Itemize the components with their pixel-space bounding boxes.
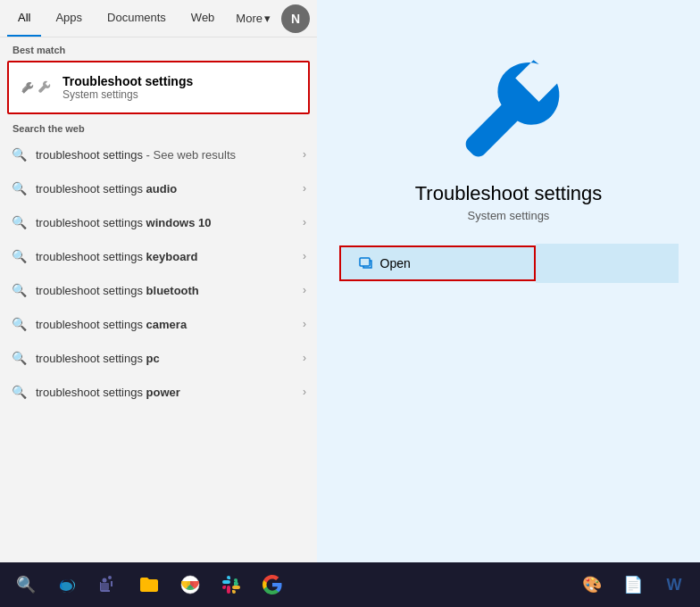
- search-icon-2: 🔍: [11, 214, 27, 230]
- search-icon-7: 🔍: [11, 384, 27, 400]
- search-item-text-2: troubleshoot settings windows 10: [36, 216, 294, 229]
- chevron-right-icon-0: ›: [303, 148, 306, 161]
- chevron-right-icon-6: ›: [303, 352, 306, 364]
- search-icon-3: 🔍: [11, 248, 27, 264]
- chevron-right-icon-4: ›: [303, 284, 306, 296]
- best-match-text: Troubleshoot settings System settings: [62, 74, 193, 101]
- search-item-6[interactable]: 🔍 troubleshoot settings pc ›: [0, 341, 317, 375]
- svg-rect-7: [221, 574, 242, 595]
- search-item-1[interactable]: 🔍 troubleshoot settings audio ›: [0, 171, 317, 205]
- search-item-text-4: troubleshoot settings bluetooth: [36, 284, 294, 297]
- open-icon: [359, 256, 373, 270]
- search-item-2[interactable]: 🔍 troubleshoot settings windows 10 ›: [0, 205, 317, 239]
- tab-all[interactable]: All: [7, 0, 41, 37]
- search-item-text-3: troubleshoot settings keyboard: [36, 250, 294, 263]
- chevron-right-icon-7: ›: [303, 386, 306, 398]
- search-item-text-7: troubleshoot settings power: [36, 386, 294, 399]
- search-icon-4: 🔍: [11, 282, 27, 298]
- best-match-subtitle: System settings: [62, 88, 193, 101]
- chevron-right-icon-3: ›: [303, 250, 306, 262]
- search-item-4[interactable]: 🔍 troubleshoot settings bluetooth ›: [0, 273, 317, 307]
- right-panel-icon: [455, 54, 562, 164]
- search-icon-1: 🔍: [11, 180, 27, 196]
- chevron-right-icon-2: ›: [303, 216, 306, 229]
- search-item-7[interactable]: 🔍 troubleshoot settings power ›: [0, 375, 317, 409]
- search-icon-5: 🔍: [11, 316, 27, 332]
- open-btn-extension: [536, 244, 679, 283]
- search-icon-0: 🔍: [11, 146, 27, 162]
- open-button[interactable]: Open: [339, 245, 536, 281]
- tabs-row: All Apps Documents Web More ▾ N ··· ✕: [0, 0, 317, 37]
- svg-point-3: [103, 578, 107, 583]
- right-panel-title: Troubleshoot settings: [415, 182, 603, 205]
- tab-web[interactable]: Web: [180, 0, 226, 37]
- taskbar-word-icon[interactable]: W: [655, 566, 693, 603]
- svg-rect-4: [100, 583, 109, 590]
- svg-rect-0: [360, 258, 370, 266]
- tab-documents[interactable]: Documents: [96, 0, 177, 37]
- avatar[interactable]: N: [281, 4, 310, 33]
- taskbar-chrome-icon[interactable]: [171, 566, 209, 603]
- taskbar-teams-icon[interactable]: [89, 566, 127, 603]
- chevron-right-icon-5: ›: [303, 318, 306, 330]
- taskbar-slack-icon[interactable]: [212, 566, 250, 603]
- tab-apps[interactable]: Apps: [45, 0, 93, 37]
- best-match-item[interactable]: Troubleshoot settings System settings: [7, 61, 310, 114]
- best-match-label: Best match: [0, 37, 317, 59]
- search-item-text-6: troubleshoot settings pc: [36, 352, 294, 365]
- chevron-down-icon: ▾: [264, 12, 271, 25]
- search-item-0[interactable]: 🔍 troubleshoot settings - See web result…: [0, 137, 317, 171]
- tab-more[interactable]: More ▾: [229, 4, 278, 32]
- taskbar-edge-icon[interactable]: [48, 566, 86, 603]
- right-panel-subtitle: System settings: [468, 209, 550, 222]
- taskbar-search-icon[interactable]: 🔍: [7, 566, 45, 603]
- best-match-title: Troubleshoot settings: [62, 74, 193, 88]
- search-item-3[interactable]: 🔍 troubleshoot settings keyboard ›: [0, 239, 317, 273]
- right-panel: Troubleshoot settings System settings Op…: [317, 0, 700, 562]
- search-item-text-5: troubleshoot settings camera: [36, 318, 294, 331]
- search-panel: All Apps Documents Web More ▾ N ··· ✕ Be…: [0, 0, 317, 562]
- wrench-icon: [20, 71, 52, 104]
- search-item-text-0: troubleshoot settings - See web results: [36, 148, 294, 162]
- search-web-label: Search the web: [0, 116, 317, 137]
- search-item-5[interactable]: 🔍 troubleshoot settings camera ›: [0, 307, 317, 341]
- taskbar-explorer-icon[interactable]: [130, 566, 168, 603]
- search-item-text-1: troubleshoot settings audio: [36, 182, 294, 195]
- taskbar-google-icon[interactable]: [254, 566, 291, 603]
- taskbar-doc-icon[interactable]: 📄: [614, 566, 652, 603]
- taskbar: 🔍 🎨 📄 W: [0, 562, 700, 607]
- chevron-right-icon-1: ›: [303, 182, 306, 195]
- open-btn-row: Open: [339, 244, 679, 283]
- taskbar-paint-icon[interactable]: 🎨: [573, 566, 611, 603]
- search-icon-6: 🔍: [11, 350, 27, 366]
